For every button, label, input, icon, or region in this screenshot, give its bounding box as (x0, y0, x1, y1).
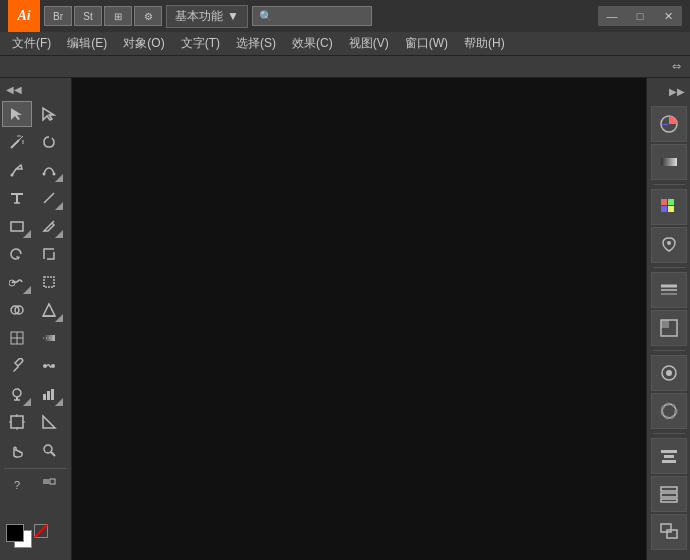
svg-point-4 (11, 174, 14, 177)
rect-tool[interactable] (2, 213, 32, 239)
tool-row-magic (2, 129, 69, 155)
svg-point-23 (43, 364, 47, 368)
hand-tool[interactable] (2, 437, 32, 463)
tool-row-rotate (2, 241, 69, 267)
svg-rect-30 (51, 389, 54, 400)
free-transform-tool[interactable] (34, 269, 64, 295)
extra-tool[interactable] (34, 472, 64, 498)
svg-rect-65 (661, 524, 671, 532)
tool-row-selection (2, 101, 69, 127)
artboard-tool[interactable] (2, 409, 32, 435)
perspective-tool[interactable] (34, 297, 64, 323)
svg-rect-9 (11, 222, 23, 231)
toolbar-collapse-btn[interactable]: ◀◀ (2, 82, 69, 97)
eyedropper-tool[interactable] (2, 353, 32, 379)
no-fill-indicator[interactable] (34, 524, 48, 538)
search-input[interactable] (252, 6, 372, 26)
mesh-tool[interactable] (2, 325, 32, 351)
align-panel-btn[interactable] (651, 438, 687, 474)
canvas-area[interactable] (72, 78, 646, 560)
left-toolbar: ◀◀ (0, 78, 72, 560)
right-panel: ▶▶ (646, 78, 690, 560)
svg-point-5 (43, 173, 46, 176)
rotate-tool[interactable] (2, 241, 32, 267)
curvature-tool[interactable] (34, 157, 64, 183)
layers-panel-btn[interactable] (651, 476, 687, 512)
close-button[interactable]: ✕ (654, 6, 682, 26)
ai-logo: Ai (8, 0, 40, 32)
maximize-button[interactable]: □ (626, 6, 654, 26)
artboards-panel-btn[interactable] (651, 514, 687, 550)
tool-row-hand (2, 437, 69, 463)
swatches-panel-btn[interactable] (651, 189, 687, 225)
tool-row-type (2, 185, 69, 211)
zoom-tool[interactable] (34, 437, 64, 463)
menu-help[interactable]: 帮助(H) (456, 32, 513, 56)
menu-window[interactable]: 窗口(W) (397, 32, 456, 56)
right-panel-separator-1 (653, 184, 685, 185)
svg-rect-47 (661, 206, 667, 212)
control-bar: ⇔ (0, 56, 690, 78)
type-tool[interactable] (2, 185, 32, 211)
right-panel-collapse-btn[interactable]: ▶▶ (649, 82, 689, 100)
svg-rect-13 (44, 277, 54, 287)
svg-rect-62 (661, 487, 677, 491)
tool-row-eyedropper (2, 353, 69, 379)
svg-rect-44 (661, 158, 677, 166)
graphic-styles-panel-btn[interactable] (651, 393, 687, 429)
stroke-panel-btn[interactable] (651, 272, 687, 308)
appearance-panel-btn[interactable] (651, 355, 687, 391)
warp-tool[interactable] (2, 269, 32, 295)
menu-select[interactable]: 选择(S) (228, 32, 284, 56)
menu-effect[interactable]: 效果(C) (284, 32, 341, 56)
symbol-sprayer-tool[interactable] (2, 381, 32, 407)
color-panel-btn[interactable] (651, 106, 687, 142)
blend-tool[interactable] (34, 353, 64, 379)
svg-rect-29 (47, 391, 50, 400)
svg-rect-61 (662, 460, 676, 463)
pen-tool[interactable] (2, 157, 32, 183)
scale-tool[interactable] (34, 241, 64, 267)
menu-file[interactable]: 文件(F) (4, 32, 59, 56)
gradient-panel-btn[interactable] (651, 144, 687, 180)
magic-wand-tool[interactable] (2, 129, 32, 155)
svg-rect-66 (667, 530, 677, 538)
pencil-tool[interactable] (34, 213, 64, 239)
title-btn-group: Br St ⊞ ⚙ (44, 6, 162, 26)
brushes-panel-btn[interactable] (651, 227, 687, 263)
canvas-content (72, 78, 646, 560)
slice-tool[interactable] (34, 409, 64, 435)
line-tool[interactable] (34, 185, 64, 211)
svg-point-49 (667, 241, 671, 245)
chart-tool[interactable] (34, 381, 64, 407)
transparency-panel-btn[interactable] (651, 310, 687, 346)
workspace-selector[interactable]: 基本功能 ▼ (166, 5, 248, 28)
menu-view[interactable]: 视图(V) (341, 32, 397, 56)
tool-row-pen (2, 157, 69, 183)
gradient-tool[interactable] (34, 325, 64, 351)
lasso-tool[interactable] (34, 129, 64, 155)
svg-line-39 (51, 452, 55, 456)
minimize-button[interactable]: — (598, 6, 626, 26)
control-bar-icon[interactable]: ⇔ (666, 57, 686, 77)
settings-button[interactable]: ⚙ (134, 6, 162, 26)
right-panel-separator-2 (653, 267, 685, 268)
main-layout: ◀◀ (0, 78, 690, 560)
foreground-color-swatch[interactable] (6, 524, 24, 542)
menu-object[interactable]: 对象(O) (115, 32, 172, 56)
svg-rect-59 (661, 450, 677, 453)
direct-selection-tool[interactable] (34, 101, 64, 127)
shape-builder-tool[interactable] (2, 297, 32, 323)
menu-type[interactable]: 文字(T) (173, 32, 228, 56)
tool-row-shapebuilder (2, 297, 69, 323)
bridge-button[interactable]: Br (44, 6, 72, 26)
svg-line-1 (19, 136, 23, 140)
stock-button[interactable]: St (74, 6, 102, 26)
grid-button[interactable]: ⊞ (104, 6, 132, 26)
menu-edit[interactable]: 编辑(E) (59, 32, 115, 56)
selection-tool[interactable] (2, 101, 32, 127)
svg-rect-45 (661, 199, 667, 205)
question-tool[interactable]: ? (2, 472, 32, 498)
svg-line-10 (52, 221, 54, 223)
svg-line-8 (44, 193, 54, 203)
